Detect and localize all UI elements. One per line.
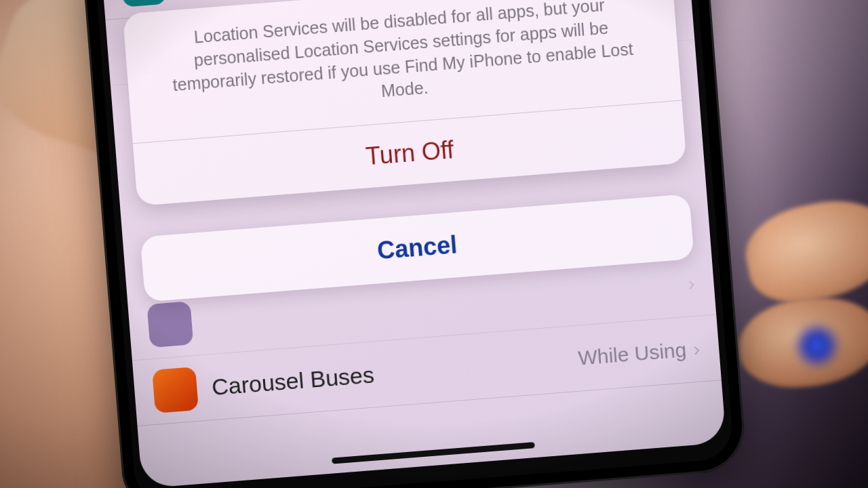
app-name: Carousel Buses bbox=[211, 345, 579, 400]
permission-status: While Using bbox=[577, 338, 687, 369]
phone-screen: Arriva Bus While Using › › › bbox=[100, 0, 726, 488]
finger-right-top bbox=[738, 189, 868, 313]
background-light bbox=[793, 322, 841, 369]
carousel-app-icon bbox=[152, 367, 199, 413]
iphone: Arriva Bus While Using › › › bbox=[80, 0, 748, 488]
chevron-right-icon: › bbox=[692, 338, 701, 361]
app-icon bbox=[147, 301, 194, 348]
arriva-app-icon bbox=[120, 0, 167, 7]
photo-scene: Arriva Bus While Using › › › bbox=[0, 0, 868, 488]
chevron-right-icon: › bbox=[687, 272, 696, 296]
